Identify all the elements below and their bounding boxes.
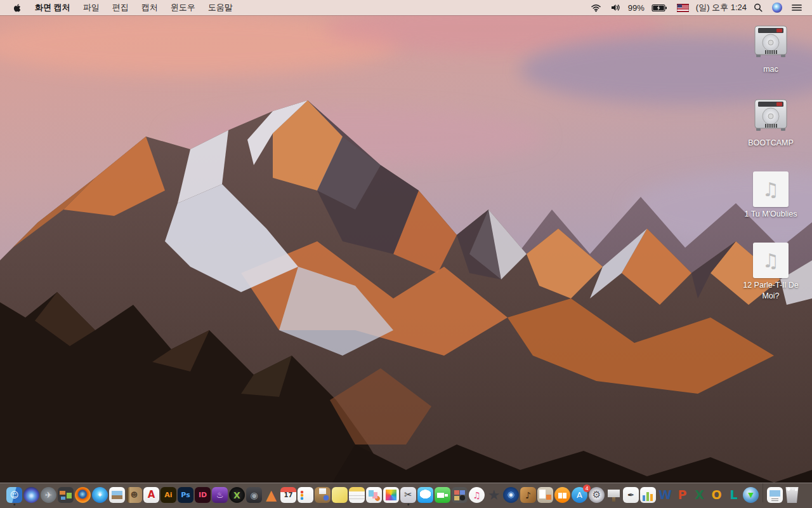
wifi-icon[interactable] (588, 4, 604, 12)
hard-drive-icon (753, 24, 789, 62)
desktop-icon-column: mac BOOTCAMP♫1 Tu M'Oublies♫12 Parle-T-I… (732, 24, 809, 324)
dock-ms-outlook-icon[interactable]: O (709, 487, 724, 505)
dock-app-store-icon[interactable]: A4 (572, 487, 587, 505)
dock-itunes-icon[interactable]: ♫ (469, 487, 485, 505)
volume-icon[interactable] (608, 4, 624, 11)
menu-right: 99% (일) 오후 1:24 (588, 2, 804, 13)
dock-system-preferences-icon[interactable]: ⚙ (589, 487, 605, 505)
dock-acrobat-reader-icon[interactable]: A (143, 487, 159, 505)
desktop-icon-label: 1 Tu M'Oublies (745, 209, 797, 220)
menu-item-capture[interactable]: 캡처 (135, 3, 164, 12)
desktop-icon-mac[interactable]: mac (753, 24, 789, 75)
desktop-icon-label: 12 Parle-T-Il De Moi? (733, 280, 808, 302)
dock-preview-icon[interactable] (109, 487, 125, 505)
dock-ibooks-icon[interactable] (554, 487, 570, 505)
menu-item-app-name[interactable]: 화면 캡처 (29, 3, 77, 12)
dock-indesign-icon[interactable]: ID (195, 487, 211, 505)
dock-grab-screen-capture-icon[interactable]: ✂ (400, 487, 416, 505)
dock-imovie-icon[interactable]: ★ (486, 487, 502, 505)
menu-item-window[interactable]: 윈도우 (164, 3, 202, 12)
menu-bar: 화면 캡처파일편집캡처윈도우도움말 99% (0, 0, 812, 15)
dock-pages-icon[interactable]: ✒ (623, 487, 639, 505)
dock-launchpad-icon[interactable]: ✈ (41, 487, 56, 505)
dock-photoshop-icon[interactable]: Ps (178, 487, 193, 505)
dock-dvd-player-icon[interactable] (503, 487, 519, 505)
menu-left: 화면 캡처파일편집캡처윈도우도움말 (8, 2, 239, 13)
dock-downloader-icon[interactable]: ▼ (743, 487, 759, 505)
battery-charging-icon[interactable] (649, 4, 670, 12)
siri-icon[interactable] (769, 3, 785, 13)
dock-numbers-icon[interactable] (640, 487, 656, 505)
dock-ms-excel-icon[interactable]: X (691, 487, 707, 505)
dock-garageband-icon[interactable]: ♪ (520, 487, 536, 505)
desktop-icon-label: BOOTCAMP (748, 138, 794, 149)
dock-illustrator-icon[interactable]: Ai (160, 487, 176, 505)
dock-x-media-app-icon[interactable]: X (229, 487, 245, 505)
dock-vlc-icon[interactable]: ▲ (263, 487, 279, 505)
desktop-icon-label: mac (763, 64, 778, 75)
dock-notes-icon[interactable] (349, 487, 365, 505)
dock-finder-icon[interactable]: ☺ (6, 487, 22, 505)
dock-safari-icon[interactable]: ✦ (92, 487, 108, 505)
dock-keynote-icon[interactable] (606, 487, 622, 505)
dock-reminders-icon[interactable] (298, 487, 313, 505)
apple-logo-icon (13, 3, 21, 13)
running-indicator (13, 504, 16, 506)
dock-ms-word-icon[interactable]: W (657, 487, 673, 505)
dock-toast-icon[interactable]: ♨ (212, 487, 228, 505)
audio-file-icon: ♫ (753, 243, 789, 278)
dock-documents-app-icon[interactable] (366, 487, 382, 505)
spotlight-icon[interactable] (751, 3, 765, 12)
dock-trash-icon[interactable] (784, 487, 800, 505)
menu-item-edit[interactable]: 편집 (106, 3, 135, 12)
dock: ☺✈✦☻AAiPsID♨X◉▲17✂♫★♪A4⚙✒WPXOL▼ (0, 483, 812, 508)
desktop-icon-tu-moublies[interactable]: ♫1 Tu M'Oublies (745, 171, 797, 220)
dock-photo-booth-icon[interactable] (452, 487, 468, 505)
dock-siri-icon[interactable] (23, 487, 39, 505)
dock-ms-lync-icon[interactable]: L (726, 487, 742, 505)
battery-percent: 99% (628, 3, 645, 13)
hard-drive-icon (753, 98, 789, 136)
menu-clock[interactable]: (일) 오후 1:24 (696, 2, 747, 13)
dock-stickies-icon[interactable] (332, 487, 348, 505)
dock-photos-icon[interactable] (383, 487, 399, 505)
dock-image-file-icon[interactable] (767, 487, 783, 505)
dock-messages-icon[interactable] (417, 487, 433, 505)
dock-firefox-icon[interactable] (75, 487, 91, 505)
dock-ms-powerpoint-icon[interactable]: P (674, 487, 690, 505)
desktop-icon-parle-t-il-de-moi[interactable]: ♫12 Parle-T-Il De Moi? (733, 243, 808, 302)
input-source-flag-icon[interactable] (674, 4, 691, 12)
dock-contacts-icon[interactable]: ☻ (126, 487, 142, 505)
apple-menu[interactable] (8, 3, 26, 13)
menu-item-file[interactable]: 파일 (77, 3, 106, 12)
notification-center-icon[interactable] (789, 4, 804, 11)
dock-unarchiver-icon[interactable] (315, 487, 331, 505)
dock-separator (763, 483, 763, 502)
dock-facetime-icon[interactable] (435, 487, 450, 505)
dock-mission-control-icon[interactable] (58, 487, 74, 505)
menu-item-help[interactable]: 도움말 (202, 3, 239, 12)
desktop-wallpaper (0, 0, 812, 508)
audio-file-icon: ♫ (753, 171, 789, 207)
dock-publishing-app-icon[interactable] (537, 487, 553, 505)
dock-calendar-icon[interactable]: 17 (280, 487, 296, 505)
running-indicator (407, 504, 410, 506)
desktop-icon-bootcamp[interactable]: BOOTCAMP (748, 98, 794, 149)
dock-disc-media-app-icon[interactable]: ◉ (246, 487, 262, 505)
